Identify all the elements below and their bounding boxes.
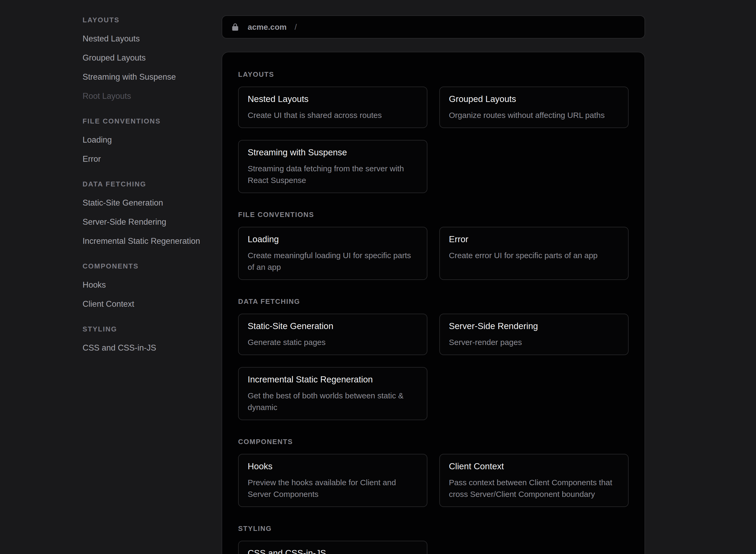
panel-section: COMPONENTS Hooks Preview the hooks avail… [238, 438, 629, 507]
sidebar-section-items: Nested LayoutsGrouped LayoutsStreaming w… [82, 35, 215, 111]
sidebar-section-items: HooksClient Context [82, 281, 215, 319]
card-client-context[interactable]: Client Context Pass context between Clie… [439, 454, 629, 507]
card-title: Error [449, 234, 619, 244]
card-hooks[interactable]: Hooks Preview the hooks available for Cl… [238, 454, 427, 507]
address-domain: acme.com [248, 22, 287, 32]
sidebar-section-heading: STYLING [82, 325, 215, 333]
card-title: Grouped Layouts [449, 94, 619, 104]
sidebar-item-hooks[interactable]: Hooks [82, 281, 106, 289]
sidebar-item-error[interactable]: Error [82, 155, 101, 163]
sidebar-section-items: Static-Site GenerationServer-Side Render… [82, 199, 215, 256]
sidebar-item-static-site-generation[interactable]: Static-Site Generation [82, 199, 163, 207]
sidebar-item-server-side-rendering[interactable]: Server-Side Rendering [82, 218, 166, 226]
card-description: Organize routes without affecting URL pa… [449, 109, 619, 121]
sidebar-section: STYLING CSS and CSS-in-JS [82, 325, 215, 363]
card-grid: Hooks Preview the hooks available for Cl… [238, 454, 629, 507]
sidebar-section-heading: LAYOUTS [82, 16, 215, 24]
main-column: acme.com / LAYOUTS Nested Layouts Create… [222, 15, 645, 554]
card-grid: Static-Site Generation Generate static p… [238, 314, 629, 420]
sidebar-item-grouped-layouts[interactable]: Grouped Layouts [82, 54, 146, 62]
card-description: Create meaningful loading UI for specifi… [248, 250, 418, 273]
card-css-and-css-in-js[interactable]: CSS and CSS-in-JS Preview the supported … [238, 541, 427, 554]
card-title: CSS and CSS-in-JS [248, 548, 418, 554]
sidebar-item-streaming-with-suspense[interactable]: Streaming with Suspense [82, 73, 176, 81]
sidebar-item-client-context[interactable]: Client Context [82, 300, 134, 308]
panel-section: DATA FETCHING Static-Site Generation Gen… [238, 297, 629, 420]
sidebar-section-items: LoadingError [82, 136, 215, 174]
card-description: Create error UI for specific parts of an… [449, 250, 619, 261]
card-title: Incremental Static Regeneration [248, 375, 418, 385]
card-title: Nested Layouts [248, 94, 418, 104]
sidebar: LAYOUTS Nested LayoutsGrouped LayoutsStr… [82, 16, 215, 363]
panel-section: FILE CONVENTIONS Loading Create meaningf… [238, 211, 629, 280]
card-title: Static-Site Generation [248, 321, 418, 331]
card-description: Preview the hooks available for Client a… [248, 477, 418, 500]
card-description: Generate static pages [248, 336, 418, 348]
card-server-side-rendering[interactable]: Server-Side Rendering Server-render page… [439, 314, 629, 355]
lock-icon [232, 23, 239, 31]
sidebar-section-heading: COMPONENTS [82, 262, 215, 270]
sidebar-section: COMPONENTS HooksClient Context [82, 262, 215, 319]
card-static-site-generation[interactable]: Static-Site Generation Generate static p… [238, 314, 427, 355]
card-title: Hooks [248, 461, 418, 472]
card-error[interactable]: Error Create error UI for specific parts… [439, 227, 629, 280]
sidebar-section: LAYOUTS Nested LayoutsGrouped LayoutsStr… [82, 16, 215, 111]
card-title: Streaming with Suspense [248, 148, 418, 158]
address-path: / [295, 22, 297, 32]
panel-section-heading: STYLING [238, 524, 629, 533]
sidebar-section-heading: FILE CONVENTIONS [82, 117, 215, 125]
sidebar-section-heading: DATA FETCHING [82, 180, 215, 188]
panel-section-heading: DATA FETCHING [238, 297, 629, 306]
card-incremental-static-regeneration[interactable]: Incremental Static Regeneration Get the … [238, 367, 427, 420]
card-loading[interactable]: Loading Create meaningful loading UI for… [238, 227, 427, 280]
card-nested-layouts[interactable]: Nested Layouts Create UI that is shared … [238, 87, 427, 128]
card-description: Pass context between Client Components t… [449, 477, 619, 500]
address-bar: acme.com / [222, 15, 645, 39]
sidebar-item-css-and-css-in-js[interactable]: CSS and CSS-in-JS [82, 344, 156, 352]
sidebar-section: DATA FETCHING Static-Site GenerationServ… [82, 180, 215, 256]
panel-section: STYLING CSS and CSS-in-JS Preview the su… [238, 524, 629, 554]
panel-section-heading: FILE CONVENTIONS [238, 211, 629, 219]
card-description: Get the best of both worlds between stat… [248, 390, 418, 413]
card-description: Create UI that is shared across routes [248, 109, 418, 121]
card-title: Loading [248, 234, 418, 244]
card-title: Server-Side Rendering [449, 321, 619, 331]
card-title: Client Context [449, 461, 619, 472]
card-grid: Nested Layouts Create UI that is shared … [238, 87, 629, 193]
content-panel: LAYOUTS Nested Layouts Create UI that is… [222, 52, 645, 554]
card-grid: Loading Create meaningful loading UI for… [238, 227, 629, 280]
sidebar-section-items: CSS and CSS-in-JS [82, 344, 215, 363]
panel-section: LAYOUTS Nested Layouts Create UI that is… [238, 70, 629, 193]
panel-section-heading: LAYOUTS [238, 70, 629, 78]
card-streaming-with-suspense[interactable]: Streaming with Suspense Streaming data f… [238, 140, 427, 193]
sidebar-item-nested-layouts[interactable]: Nested Layouts [82, 35, 140, 43]
sidebar-item-loading[interactable]: Loading [82, 136, 112, 144]
panel-section-heading: COMPONENTS [238, 438, 629, 446]
card-grouped-layouts[interactable]: Grouped Layouts Organize routes without … [439, 87, 629, 128]
sidebar-section: FILE CONVENTIONS LoadingError [82, 117, 215, 174]
sidebar-item-incremental-static-regeneration[interactable]: Incremental Static Regeneration [82, 237, 200, 245]
card-grid: CSS and CSS-in-JS Preview the supported … [238, 541, 629, 554]
sidebar-item-root-layouts: Root Layouts [82, 92, 131, 100]
card-description: Streaming data fetching from the server … [248, 163, 418, 186]
card-description: Server-render pages [449, 336, 619, 348]
